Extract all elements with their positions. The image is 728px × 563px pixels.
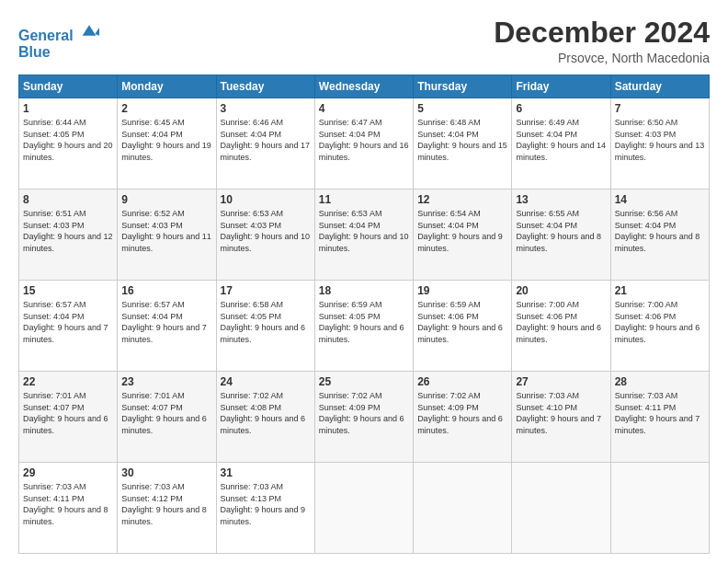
- day-header-sunday: Sunday: [19, 75, 118, 98]
- day-number: 8: [23, 193, 113, 206]
- day-info: Sunrise: 6:55 AMSunset: 4:04 PMDaylight:…: [516, 208, 606, 254]
- day-header-saturday: Saturday: [610, 75, 709, 98]
- calendar-cell: [414, 463, 512, 554]
- day-number: 12: [417, 193, 507, 206]
- day-header-wednesday: Wednesday: [314, 75, 413, 98]
- calendar-cell: 24Sunrise: 7:02 AMSunset: 4:08 PMDayligh…: [216, 372, 314, 463]
- day-info: Sunrise: 7:03 AMSunset: 4:10 PMDaylight:…: [516, 390, 606, 436]
- day-info: Sunrise: 7:00 AMSunset: 4:06 PMDaylight:…: [615, 299, 705, 345]
- day-number: 20: [516, 284, 606, 297]
- day-info: Sunrise: 6:49 AMSunset: 4:04 PMDaylight:…: [516, 117, 606, 163]
- day-number: 27: [516, 375, 606, 388]
- day-number: 22: [23, 375, 113, 388]
- day-info: Sunrise: 6:51 AMSunset: 4:03 PMDaylight:…: [23, 208, 113, 254]
- day-info: Sunrise: 7:03 AMSunset: 4:12 PMDaylight:…: [121, 481, 211, 527]
- day-info: Sunrise: 6:53 AMSunset: 4:03 PMDaylight:…: [221, 208, 311, 254]
- calendar-cell: 7Sunrise: 6:50 AMSunset: 4:03 PMDaylight…: [610, 98, 709, 190]
- calendar-cell: 19Sunrise: 6:59 AMSunset: 4:06 PMDayligh…: [414, 281, 512, 372]
- day-number: 1: [23, 102, 113, 115]
- day-number: 19: [417, 284, 507, 297]
- day-number: 21: [615, 284, 705, 297]
- day-info: Sunrise: 7:00 AMSunset: 4:06 PMDaylight:…: [516, 299, 606, 345]
- day-info: Sunrise: 6:45 AMSunset: 4:04 PMDaylight:…: [121, 117, 211, 163]
- day-info: Sunrise: 6:48 AMSunset: 4:04 PMDaylight:…: [417, 117, 507, 163]
- day-info: Sunrise: 6:57 AMSunset: 4:04 PMDaylight:…: [121, 299, 211, 345]
- day-number: 25: [319, 375, 409, 388]
- calendar-cell: 12Sunrise: 6:54 AMSunset: 4:04 PMDayligh…: [414, 190, 512, 281]
- day-info: Sunrise: 6:56 AMSunset: 4:04 PMDaylight:…: [615, 208, 705, 254]
- calendar-cell: 13Sunrise: 6:55 AMSunset: 4:04 PMDayligh…: [512, 190, 610, 281]
- title-block: December 2024 Prsovce, North Macedonia: [494, 17, 710, 65]
- day-info: Sunrise: 6:44 AMSunset: 4:05 PMDaylight:…: [23, 117, 113, 163]
- day-number: 5: [417, 102, 507, 115]
- calendar-cell: 10Sunrise: 6:53 AMSunset: 4:03 PMDayligh…: [216, 190, 314, 281]
- calendar-cell: 1Sunrise: 6:44 AMSunset: 4:05 PMDaylight…: [19, 98, 118, 190]
- calendar-cell: 5Sunrise: 6:48 AMSunset: 4:04 PMDaylight…: [414, 98, 512, 190]
- day-number: 24: [221, 375, 311, 388]
- calendar-cell: 20Sunrise: 7:00 AMSunset: 4:06 PMDayligh…: [512, 281, 610, 372]
- day-info: Sunrise: 7:02 AMSunset: 4:08 PMDaylight:…: [221, 390, 311, 436]
- day-number: 30: [121, 466, 211, 479]
- subtitle: Prsovce, North Macedonia: [494, 51, 710, 65]
- day-info: Sunrise: 7:02 AMSunset: 4:09 PMDaylight:…: [319, 390, 409, 436]
- day-info: Sunrise: 7:03 AMSunset: 4:11 PMDaylight:…: [615, 390, 705, 436]
- day-info: Sunrise: 7:01 AMSunset: 4:07 PMDaylight:…: [23, 390, 113, 436]
- calendar-cell: 22Sunrise: 7:01 AMSunset: 4:07 PMDayligh…: [19, 372, 118, 463]
- day-number: 6: [516, 102, 606, 115]
- logo: General Blue: [18, 20, 99, 60]
- calendar-cell: 9Sunrise: 6:52 AMSunset: 4:03 PMDaylight…: [118, 190, 216, 281]
- day-number: 15: [23, 284, 113, 297]
- header: General Blue December 2024 Prsovce, Nort…: [18, 17, 710, 65]
- calendar-cell: 3Sunrise: 6:46 AMSunset: 4:04 PMDaylight…: [216, 98, 314, 190]
- day-number: 4: [319, 102, 409, 115]
- day-header-friday: Friday: [512, 75, 610, 98]
- calendar-cell: 21Sunrise: 7:00 AMSunset: 4:06 PMDayligh…: [610, 281, 709, 372]
- calendar-cell: 27Sunrise: 7:03 AMSunset: 4:10 PMDayligh…: [512, 372, 610, 463]
- calendar-cell: 29Sunrise: 7:03 AMSunset: 4:11 PMDayligh…: [19, 463, 118, 554]
- calendar-cell: 16Sunrise: 6:57 AMSunset: 4:04 PMDayligh…: [118, 281, 216, 372]
- day-number: 31: [221, 466, 311, 479]
- main-title: December 2024: [494, 17, 710, 49]
- calendar-cell: 23Sunrise: 7:01 AMSunset: 4:07 PMDayligh…: [118, 372, 216, 463]
- day-info: Sunrise: 6:52 AMSunset: 4:03 PMDaylight:…: [121, 208, 211, 254]
- day-info: Sunrise: 6:50 AMSunset: 4:03 PMDaylight:…: [615, 117, 705, 163]
- day-number: 3: [221, 102, 311, 115]
- day-info: Sunrise: 6:57 AMSunset: 4:04 PMDaylight:…: [23, 299, 113, 345]
- calendar-cell: 2Sunrise: 6:45 AMSunset: 4:04 PMDaylight…: [118, 98, 216, 190]
- calendar-cell: 11Sunrise: 6:53 AMSunset: 4:04 PMDayligh…: [314, 190, 413, 281]
- day-info: Sunrise: 7:02 AMSunset: 4:09 PMDaylight:…: [417, 390, 507, 436]
- day-number: 14: [615, 193, 705, 206]
- day-info: Sunrise: 7:03 AMSunset: 4:13 PMDaylight:…: [221, 481, 311, 527]
- calendar-cell: 28Sunrise: 7:03 AMSunset: 4:11 PMDayligh…: [610, 372, 709, 463]
- calendar-cell: 8Sunrise: 6:51 AMSunset: 4:03 PMDaylight…: [19, 190, 118, 281]
- day-number: 9: [121, 193, 211, 206]
- day-info: Sunrise: 6:58 AMSunset: 4:05 PMDaylight:…: [221, 299, 311, 345]
- day-number: 26: [417, 375, 507, 388]
- calendar-cell: [314, 463, 413, 554]
- day-number: 29: [23, 466, 113, 479]
- calendar: SundayMondayTuesdayWednesdayThursdayFrid…: [18, 75, 710, 554]
- day-number: 2: [121, 102, 211, 115]
- day-number: 28: [615, 375, 705, 388]
- calendar-cell: [610, 463, 709, 554]
- day-info: Sunrise: 6:59 AMSunset: 4:05 PMDaylight:…: [319, 299, 409, 345]
- calendar-cell: 25Sunrise: 7:02 AMSunset: 4:09 PMDayligh…: [314, 372, 413, 463]
- day-number: 7: [615, 102, 705, 115]
- logo-icon: [79, 20, 99, 40]
- calendar-cell: [512, 463, 610, 554]
- calendar-cell: 30Sunrise: 7:03 AMSunset: 4:12 PMDayligh…: [118, 463, 216, 554]
- day-info: Sunrise: 6:54 AMSunset: 4:04 PMDaylight:…: [417, 208, 507, 254]
- day-header-thursday: Thursday: [414, 75, 512, 98]
- calendar-cell: 4Sunrise: 6:47 AMSunset: 4:04 PMDaylight…: [314, 98, 413, 190]
- calendar-cell: 14Sunrise: 6:56 AMSunset: 4:04 PMDayligh…: [610, 190, 709, 281]
- logo-text: General: [18, 20, 99, 44]
- day-info: Sunrise: 6:47 AMSunset: 4:04 PMDaylight:…: [319, 117, 409, 163]
- day-number: 18: [319, 284, 409, 297]
- calendar-cell: 15Sunrise: 6:57 AMSunset: 4:04 PMDayligh…: [19, 281, 118, 372]
- calendar-cell: 18Sunrise: 6:59 AMSunset: 4:05 PMDayligh…: [314, 281, 413, 372]
- day-number: 11: [319, 193, 409, 206]
- day-info: Sunrise: 7:03 AMSunset: 4:11 PMDaylight:…: [23, 481, 113, 527]
- calendar-cell: 31Sunrise: 7:03 AMSunset: 4:13 PMDayligh…: [216, 463, 314, 554]
- day-header-monday: Monday: [118, 75, 216, 98]
- logo-line2: Blue: [18, 44, 99, 61]
